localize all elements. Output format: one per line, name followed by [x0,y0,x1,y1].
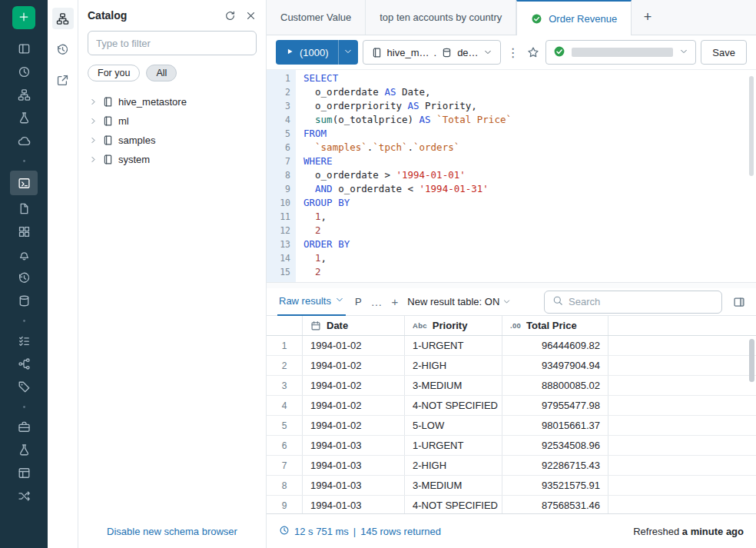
code-text: o_orderpriority AS Priority, [296,99,477,113]
editor-line[interactable]: 8 o_orderdate > '1994-01-01' [267,168,756,182]
editor-scrollbar[interactable] [749,76,754,176]
catalog-item-hive_metastore[interactable]: hive_metastore [88,92,257,111]
rail-sql-editor-button[interactable] [10,171,38,195]
rail-tags-button[interactable] [10,375,38,398]
rail-queries-button[interactable] [10,197,38,220]
line-number: 9 [267,182,296,196]
play-icon [285,47,294,58]
rail-alerts-button[interactable] [10,243,38,266]
tab-customer-value[interactable]: Customer Value [267,0,366,35]
filter-pill-all[interactable]: All [146,65,177,81]
rail-dashboards-button[interactable] [10,220,38,243]
table-row[interactable]: 41994-01-024-NOT SPECIFIED97955477.98 [267,396,756,416]
chevron-right-icon[interactable] [89,155,98,164]
chevron-right-icon[interactable] [89,98,98,106]
editor-line[interactable]: 14 1, [267,251,756,265]
new-button[interactable] [12,6,35,29]
favorite-star[interactable] [526,40,541,65]
catalog-item-ml[interactable]: ml [88,111,257,131]
panel-rail-saved-queries[interactable] [52,69,74,91]
editor-line[interactable]: 4 sum(o_totalprice) AS `Total Price` [267,113,756,127]
raw-results-tab[interactable]: Raw results [277,288,346,316]
rail-workflows-button[interactable] [10,106,38,129]
results-search[interactable] [544,291,722,314]
editor-line[interactable]: 9 AND o_orderdate < '1994-01-31' [267,182,756,196]
rail-marketplace-button[interactable] [10,484,38,507]
kebab-menu[interactable]: ⋮ [506,40,521,65]
table-row[interactable]: 21994-01-022-HIGH93497904.94 [267,356,756,376]
rail-sql-warehouses-button[interactable] [10,289,38,312]
table-row[interactable]: 31994-01-023-MEDIUM88800085.02 [267,376,756,396]
run-button[interactable]: (1000) [276,40,358,65]
editor-line[interactable]: 2 o_orderdate AS Date, [267,85,756,99]
table-cell: 1 [267,336,303,355]
table-cell: 97955477.98 [502,396,608,415]
editor-line[interactable]: 12 2 [267,224,756,237]
panel-rail-query-history[interactable] [52,38,74,60]
rail-pipelines-button[interactable] [10,352,38,375]
catalog-tree: hive_metastoremlsamplessystem [88,92,257,169]
tab-top-ten-accounts-by-country[interactable]: top ten accounts by country [366,0,516,35]
code-text: 2 [296,265,321,279]
refresh-icon[interactable] [224,10,236,22]
filter-pill-for-you[interactable]: For you [88,65,140,81]
tab-label: Order Revenue [549,13,617,25]
add-tab-button[interactable]: + [632,0,664,35]
table-row[interactable]: 71994-01-032-HIGH92286715.43 [267,456,756,476]
disable-schema-browser-link[interactable]: Disable new schema browser [107,526,237,537]
editor-line[interactable]: 1SELECT [267,71,756,85]
rail-experiments-button[interactable] [10,438,38,461]
table-row[interactable]: 51994-01-025-LOW98015661.37 [267,416,756,436]
editor-line[interactable]: 6 `samples`.`tpch`.`orders` [267,141,756,154]
add-visualization-button[interactable]: + [392,295,399,308]
catalog-item-samples[interactable]: samples [88,131,257,150]
warehouse-selector[interactable] [545,40,696,65]
table-cell: 2-HIGH [405,356,502,375]
chevron-right-icon[interactable] [89,136,98,144]
catalog-filter-input[interactable] [88,31,257,55]
table-row[interactable]: 81994-01-033-MEDIUM93521575.91 [267,476,756,496]
truncated-results-tab[interactable]: P [355,296,362,307]
results-overflow-menu[interactable]: … [371,295,383,308]
editor-line[interactable]: 7WHERE [267,154,756,168]
code-text: 1, [296,251,327,265]
rail-workspace-button[interactable] [10,37,38,60]
panel-rail-schema-browser[interactable] [52,8,74,29]
editor-line[interactable]: 13ORDER BY [267,237,756,251]
results-scrollbar[interactable] [749,339,754,382]
close-icon[interactable] [245,10,257,22]
editor-line[interactable]: 15 2 [267,265,756,279]
table-row[interactable]: 91994-01-034-NOT SPECIFIED87568531.46 [267,496,756,513]
editor-line[interactable]: 5FROM [267,127,756,141]
rail-query-history-button[interactable] [10,266,38,289]
rail-catalog-button[interactable] [10,83,38,106]
table-row[interactable]: 61994-01-031-URGENT92534508.96 [267,436,756,456]
query-duration[interactable]: 12 s 751 ms | 145 rows returned [279,525,441,538]
chevron-right-icon[interactable] [89,117,98,125]
column-header-priority[interactable]: Abc Priority [405,316,502,335]
side-panel-toggle-icon[interactable] [733,296,745,308]
rail-compute-button[interactable] [10,129,38,152]
editor-line[interactable]: 3 o_orderpriority AS Priority, [267,99,756,113]
column-header-date[interactable]: Date [303,316,405,335]
rail-recents-button[interactable] [10,60,38,83]
selected-schema: de… [457,47,478,58]
editor-line[interactable]: 10GROUP BY [267,196,756,210]
redacted-warehouse-name [572,48,673,57]
rail-model-serving-button[interactable] [10,461,38,484]
rail-job-runs-button[interactable] [10,329,38,352]
catalog-schema-selector[interactable]: hive_m… . de… [363,40,501,65]
catalog-item-system[interactable]: system [88,150,257,169]
run-button-main[interactable]: (1000) [276,40,338,65]
search-input[interactable] [569,296,714,307]
new-result-table-toggle[interactable]: New result table: ON [407,296,511,307]
sql-editor[interactable]: 1SELECT2 o_orderdate AS Date,3 o_orderpr… [267,69,756,282]
rail-compute-resources-button[interactable] [10,415,38,438]
save-button[interactable]: Save [701,40,747,65]
table-row[interactable]: 11994-01-021-URGENT96444609.82 [267,336,756,356]
editor-line[interactable]: 11 1, [267,210,756,224]
run-options-caret[interactable] [338,40,358,65]
column-header-total-price[interactable]: .00 Total Price [502,316,608,335]
tab-order-revenue[interactable]: Order Revenue [516,0,632,35]
catalog-footer: Disable new schema browser [88,526,257,537]
